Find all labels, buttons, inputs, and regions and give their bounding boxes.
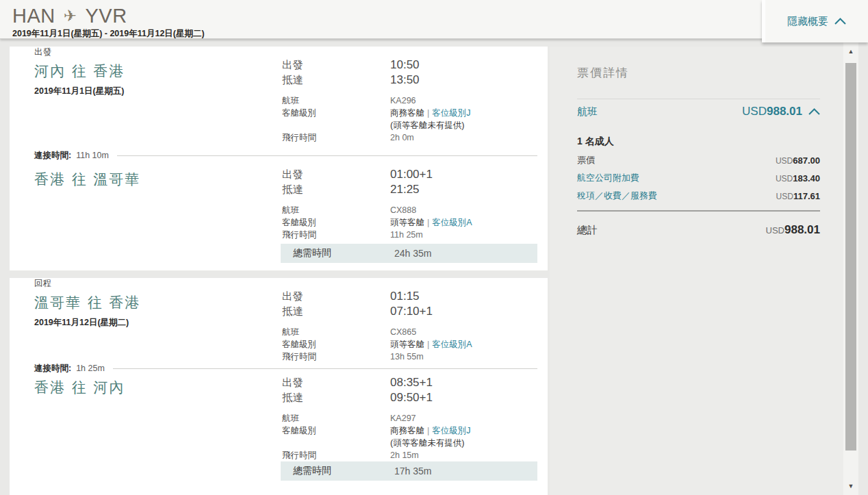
- cabin-note-row: (頭等客艙未有提供): [282, 119, 534, 131]
- arrival-time: 21:25: [390, 182, 420, 197]
- cabin-label: 客艙級別: [282, 338, 390, 351]
- arrival-time-row: 抵達 13:50: [282, 73, 534, 88]
- flight-duration-row: 飛行時間 13h 55m: [282, 351, 534, 363]
- fare-flight-label: 航班: [577, 105, 598, 118]
- total-duration-value: 24h 35m: [394, 248, 431, 259]
- flight-number: KA296: [390, 94, 416, 107]
- outbound-journey-card: 出發 河內 往 香港 2019年11月1日(星期五) 出發 10:50 抵達 1…: [10, 47, 548, 270]
- outbound-segment-2: 香港 往 溫哥華 出發 01:00+1 抵達 21:25 航班 CX888 客艙…: [10, 167, 548, 241]
- fare-details-panel: 票價詳情 航班 USD988.01 1 名成人 票價 USD687.00 航空公…: [550, 47, 844, 495]
- route-title: HAN ✈ YVR: [12, 5, 868, 27]
- fare-row-surcharge: 航空公司附加費 USD183.40: [577, 173, 820, 183]
- total-duration-label: 總需時間: [293, 465, 394, 477]
- cabin-class-row: 客艙級別 商務客艙|客位級別J: [282, 424, 534, 437]
- return-segment-1: 回程 溫哥華 往 香港 2019年11月12日(星期二) 出發 01:15 抵達…: [10, 278, 548, 352]
- cabin-note: (頭等客艙未有提供): [390, 119, 464, 131]
- departure-time: 01:00+1: [390, 167, 433, 182]
- segment-route: 溫哥華 往 香港: [34, 293, 267, 312]
- plane-icon: ✈: [64, 7, 77, 25]
- departure-label: 出發: [282, 375, 390, 390]
- return-journey-card: 回程 溫哥華 往 香港 2019年11月12日(星期二) 出發 01:15 抵達…: [10, 278, 548, 495]
- cabin-class-row: 客艙級別 商務客艙|客位級別J: [282, 107, 534, 119]
- departure-time: 08:35+1: [390, 375, 433, 390]
- arrival-time-row: 抵達 07:10+1: [282, 304, 534, 319]
- connection-time-row: 連接時間: 1h 25m: [34, 363, 537, 374]
- connection-time: 1h 25m: [76, 364, 105, 373]
- booking-class-link[interactable]: 客位級別A: [432, 218, 472, 227]
- booking-class-link[interactable]: 客位級別A: [432, 340, 472, 349]
- arrival-time: 07:10+1: [390, 304, 433, 319]
- departure-time-row: 出發 01:15: [282, 289, 534, 304]
- scroll-up-button[interactable]: ▲: [843, 42, 858, 60]
- total-duration-value: 17h 35m: [394, 466, 431, 477]
- cabin-label: 客艙級別: [282, 216, 390, 229]
- journey-direction-label: 出發: [34, 47, 267, 58]
- divider: [577, 99, 820, 99]
- arrival-time: 13:50: [390, 73, 420, 88]
- currency: USD: [776, 156, 793, 166]
- duration-label: 飛行時間: [282, 229, 390, 241]
- cabin-label: 客艙級別: [282, 107, 390, 119]
- chevron-up-icon: [834, 18, 846, 25]
- flight-duration-row: 飛行時間 2h 0m: [282, 131, 534, 144]
- fare-flight-amount: 988.01: [767, 105, 802, 118]
- fare-flight-currency: USD: [742, 105, 767, 118]
- arrival-time-row: 抵達 21:25: [282, 182, 534, 197]
- itinerary-header: HAN ✈ YVR 2019年11月1日(星期五) - 2019年11月12日(…: [0, 0, 868, 39]
- cabin-note-row: (頭等客艙未有提供): [282, 437, 534, 449]
- departure-time: 10:50: [390, 58, 420, 73]
- hide-summary-button[interactable]: 隱藏概要: [762, 0, 868, 42]
- fare-total-row: 總計 USD988.01: [577, 223, 820, 237]
- flight-number: CX888: [390, 204, 416, 216]
- cabin-note: (頭等客艙未有提供): [390, 437, 464, 449]
- origin-code: HAN: [12, 5, 55, 27]
- total-duration-bar: 總需時間 17h 35m: [281, 461, 537, 481]
- chevron-up-icon: [808, 108, 820, 115]
- booking-class-link[interactable]: 客位級別J: [432, 108, 470, 118]
- flight-number: CX865: [390, 326, 416, 338]
- total-amount: 988.01: [784, 223, 820, 236]
- departure-time-row: 出發 01:00+1: [282, 167, 534, 182]
- flight-number-row: 航班 KA296: [282, 94, 534, 107]
- arrival-label: 抵達: [282, 390, 390, 405]
- journey-date: 2019年11月1日(星期五): [34, 86, 267, 97]
- flight-duration: 13h 55m: [390, 351, 424, 363]
- total-currency: USD: [766, 225, 784, 236]
- base-fare-label: 票價: [577, 155, 595, 166]
- trip-date-range: 2019年11月1日(星期五) - 2019年11月12日(星期二): [12, 28, 868, 40]
- cabin-class-row: 客艙級別 頭等客艙|客位級別A: [282, 338, 534, 351]
- arrival-label: 抵達: [282, 304, 390, 319]
- departure-time-row: 出發 08:35+1: [282, 375, 534, 390]
- connection-time: 11h 10m: [76, 151, 109, 160]
- arrival-time: 09:50+1: [390, 390, 433, 405]
- return-segment-2: 香港 往 河內 出發 08:35+1 抵達 09:50+1 航班 KA297 客…: [10, 375, 548, 461]
- flight-duration-row: 飛行時間 11h 25m: [282, 229, 534, 241]
- duration-label: 飛行時間: [282, 131, 390, 144]
- total-duration-label: 總需時間: [293, 247, 394, 259]
- connection-time-row: 連接時間: 11h 10m: [34, 150, 537, 161]
- departure-time-row: 出發 10:50: [282, 58, 534, 73]
- hide-summary-label: 隱藏概要: [787, 15, 828, 28]
- vertical-scrollbar[interactable]: ▲ ▼: [843, 42, 858, 495]
- scrollbar-thumb[interactable]: [845, 63, 856, 450]
- connection-label: 連接時間:: [34, 363, 71, 375]
- arrival-label: 抵達: [282, 182, 390, 197]
- departure-time: 01:15: [390, 289, 420, 304]
- flight-duration: 2h 15m: [390, 449, 419, 461]
- journey-direction-label: 回程: [34, 278, 267, 290]
- cabin-class: 商務客艙: [390, 108, 424, 118]
- cabin-class-row: 客艙級別 頭等客艙|客位級別A: [282, 216, 534, 229]
- passenger-count: 1 名成人: [577, 136, 820, 148]
- total-duration-bar: 總需時間 24h 35m: [281, 244, 537, 263]
- surcharge-link[interactable]: 航空公司附加費: [577, 173, 639, 183]
- connection-label: 連接時間:: [34, 150, 71, 162]
- fare-details-title: 票價詳情: [577, 65, 820, 81]
- fare-flight-row[interactable]: 航班 USD988.01: [577, 105, 820, 118]
- scroll-down-button[interactable]: ▼: [843, 477, 858, 495]
- connection-divider: [117, 155, 537, 156]
- taxes-fees-link[interactable]: 稅項／收費／服務費: [577, 191, 657, 201]
- booking-class-link[interactable]: 客位級別J: [432, 426, 470, 435]
- currency: USD: [776, 174, 793, 183]
- flight-number: KA297: [390, 412, 416, 424]
- departure-label: 出發: [282, 58, 390, 73]
